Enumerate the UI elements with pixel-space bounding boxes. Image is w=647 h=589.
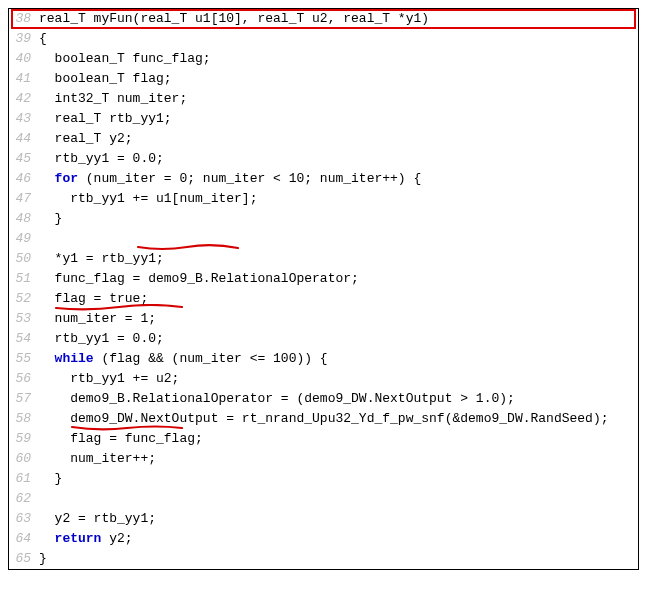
line-number: 39 [9, 29, 39, 49]
code-line-65: 65 } [9, 549, 638, 569]
code-line-55: 55 while (flag && (num_iter <= 100)) { [9, 349, 638, 369]
line-number: 51 [9, 269, 39, 289]
code-line-38: 38 real_T myFun(real_T u1[10], real_T u2… [9, 9, 638, 29]
code-text: real_T rtb_yy1; [39, 109, 638, 129]
line-number: 45 [9, 149, 39, 169]
code-line-48: 48 } [9, 209, 638, 229]
code-line-59: 59 flag = func_flag; [9, 429, 638, 449]
code-block: 38 real_T myFun(real_T u1[10], real_T u2… [8, 8, 639, 570]
code-line-58: 58 demo9_DW.NextOutput = rt_nrand_Upu32_… [9, 409, 638, 429]
line-number: 59 [9, 429, 39, 449]
code-line-63: 63 y2 = rtb_yy1; [9, 509, 638, 529]
code-text: demo9_DW.NextOutput = rt_nrand_Upu32_Yd_… [39, 409, 638, 429]
code-text: } [39, 469, 638, 489]
line-number: 44 [9, 129, 39, 149]
line-number: 53 [9, 309, 39, 329]
code-text: rtb_yy1 += u2; [39, 369, 638, 389]
code-line-51: 51 func_flag = demo9_B.RelationalOperato… [9, 269, 638, 289]
code-line-54: 54 rtb_yy1 = 0.0; [9, 329, 638, 349]
line-number: 62 [9, 489, 39, 509]
code-text: rtb_yy1 = 0.0; [39, 329, 638, 349]
line-number: 61 [9, 469, 39, 489]
code-line-50: 50 *y1 = rtb_yy1; [9, 249, 638, 269]
line-number: 40 [9, 49, 39, 69]
line-number: 50 [9, 249, 39, 269]
line-number: 55 [9, 349, 39, 369]
code-line-52: 52 flag = true; [9, 289, 638, 309]
line-number: 52 [9, 289, 39, 309]
code-text: boolean_T func_flag; [39, 49, 638, 69]
code-rest: (num_iter = 0; num_iter < 10; num_iter++… [78, 171, 421, 186]
code-text: for (num_iter = 0; num_iter < 10; num_it… [39, 169, 638, 189]
code-rest: y2; [101, 531, 132, 546]
line-number: 38 [9, 9, 39, 29]
code-text: } [39, 209, 638, 229]
line-number: 56 [9, 369, 39, 389]
code-text: { [39, 29, 638, 49]
code-line-64: 64 return y2; [9, 529, 638, 549]
keyword-for: for [39, 171, 78, 186]
code-text: y2 = rtb_yy1; [39, 509, 638, 529]
line-number: 46 [9, 169, 39, 189]
line-number: 63 [9, 509, 39, 529]
line-number: 47 [9, 189, 39, 209]
code-line-41: 41 boolean_T flag; [9, 69, 638, 89]
line-number: 65 [9, 549, 39, 569]
code-line-40: 40 boolean_T func_flag; [9, 49, 638, 69]
code-line-45: 45 rtb_yy1 = 0.0; [9, 149, 638, 169]
line-number: 57 [9, 389, 39, 409]
code-line-47: 47 rtb_yy1 += u1[num_iter]; [9, 189, 638, 209]
code-text: while (flag && (num_iter <= 100)) { [39, 349, 638, 369]
code-text: real_T y2; [39, 129, 638, 149]
code-line-46: 46 for (num_iter = 0; num_iter < 10; num… [9, 169, 638, 189]
line-number: 58 [9, 409, 39, 429]
code-text: rtb_yy1 = 0.0; [39, 149, 638, 169]
line-number: 41 [9, 69, 39, 89]
line-number: 60 [9, 449, 39, 469]
code-text: flag = true; [39, 289, 638, 309]
code-line-42: 42 int32_T num_iter; [9, 89, 638, 109]
code-line-61: 61 } [9, 469, 638, 489]
code-line-43: 43 real_T rtb_yy1; [9, 109, 638, 129]
code-line-49: 49 [9, 229, 638, 249]
code-line-39: 39 { [9, 29, 638, 49]
code-rest: (flag && (num_iter <= 100)) { [94, 351, 328, 366]
code-text: return y2; [39, 529, 638, 549]
line-number: 43 [9, 109, 39, 129]
code-text: real_T myFun(real_T u1[10], real_T u2, r… [39, 9, 638, 29]
code-line-56: 56 rtb_yy1 += u2; [9, 369, 638, 389]
code-text: int32_T num_iter; [39, 89, 638, 109]
code-text: num_iter = 1; [39, 309, 638, 329]
code-line-53: 53 num_iter = 1; [9, 309, 638, 329]
line-number: 48 [9, 209, 39, 229]
code-text: func_flag = demo9_B.RelationalOperator; [39, 269, 638, 289]
code-text: flag = func_flag; [39, 429, 638, 449]
code-line-62: 62 [9, 489, 638, 509]
code-text: num_iter++; [39, 449, 638, 469]
code-text: } [39, 549, 638, 569]
code-line-60: 60 num_iter++; [9, 449, 638, 469]
line-number: 49 [9, 229, 39, 249]
keyword-while: while [39, 351, 94, 366]
line-number: 64 [9, 529, 39, 549]
line-number: 54 [9, 329, 39, 349]
line-number: 42 [9, 89, 39, 109]
code-text: rtb_yy1 += u1[num_iter]; [39, 189, 638, 209]
code-text: boolean_T flag; [39, 69, 638, 89]
code-text: *y1 = rtb_yy1; [39, 249, 638, 269]
code-line-44: 44 real_T y2; [9, 129, 638, 149]
code-line-57: 57 demo9_B.RelationalOperator = (demo9_D… [9, 389, 638, 409]
code-text: demo9_B.RelationalOperator = (demo9_DW.N… [39, 389, 638, 409]
keyword-return: return [39, 531, 101, 546]
